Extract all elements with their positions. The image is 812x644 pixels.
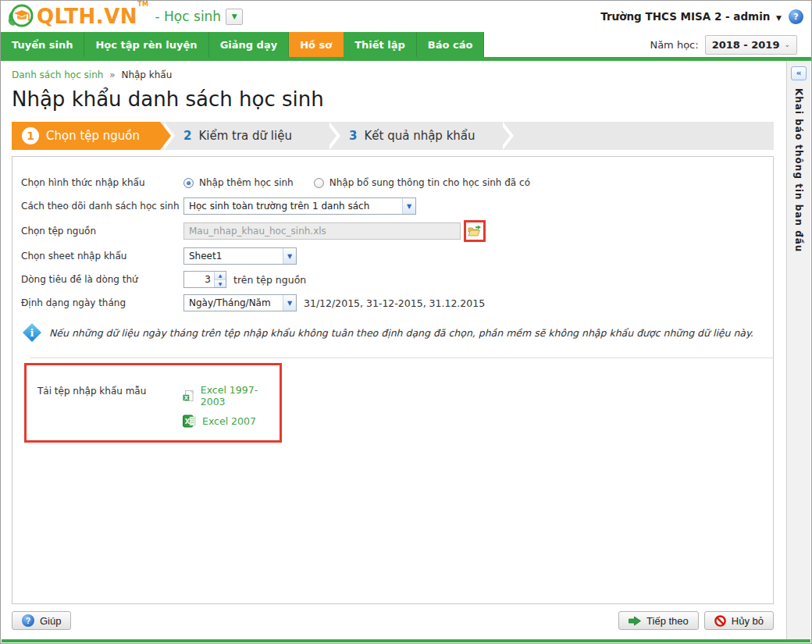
chevron-down-icon: ⌄ — [784, 41, 790, 48]
logo-text: QLTH.VNTM — [37, 6, 149, 27]
header-right: Trường THCS MISA 2 - admin ▼ ? — [600, 9, 803, 24]
radio-add-new-students[interactable]: Nhập thêm học sinh — [183, 177, 294, 188]
school-year-area: Năm học: 2018 - 2019⌄ — [650, 32, 811, 57]
import-type-label: Chọn hình thức nhập khẩu — [21, 177, 183, 188]
brand-area: QLTH.VNTM - Học sinh ▼ — [7, 3, 243, 30]
header-row-label: Dòng tiêu đề là dòng thứ — [21, 274, 183, 285]
arrow-right-icon — [629, 616, 641, 626]
source-file-row: Chọn tệp nguồn Mau_nhap_khau_hoc_sinh.xl… — [21, 220, 764, 242]
step-3-number: 3 — [349, 129, 357, 143]
radio-selected-icon — [183, 178, 194, 188]
wizard-step-3[interactable]: 3 Kết quả nhập khẩu — [326, 122, 499, 150]
sheet-select[interactable]: Sheet1 ▼ — [183, 247, 297, 265]
chevron-double-left-icon: « — [796, 68, 801, 78]
breadcrumb: Danh sách học sinh » Nhập khẩu — [12, 69, 774, 80]
chevron-down-icon: ▼ — [776, 14, 782, 22]
folder-open-icon — [468, 225, 482, 237]
breadcrumb-parent-link[interactable]: Danh sách học sinh — [12, 69, 103, 80]
date-format-note: Nếu những dữ liệu ngày tháng trên tệp nh… — [49, 327, 753, 339]
step-3-label: Kết quả nhập khẩu — [364, 129, 475, 143]
tab-giang-day[interactable]: Giảng dạy — [209, 32, 290, 57]
school-year-label: Năm học: — [650, 39, 698, 51]
wizard-step-2[interactable]: 2 Kiểm tra dữ liệu — [160, 122, 326, 150]
chevron-down-icon: ▼ — [283, 295, 296, 311]
excel-2007-icon: X — [183, 415, 196, 428]
info-note-row: i Nếu những dữ liệu ngày tháng trên tệp … — [21, 323, 764, 342]
info-icon: i — [23, 323, 41, 342]
section-divider — [30, 358, 774, 358]
import-type-row: Chọn hình thức nhập khẩu Nhập thêm học s… — [21, 173, 764, 192]
source-file-label: Chọn tệp nguồn — [21, 226, 183, 237]
date-format-select[interactable]: Ngày/Tháng/Năm ▼ — [183, 294, 297, 311]
breadcrumb-current: Nhập khẩu — [121, 69, 172, 80]
wizard-steps: 1 Chọn tệp nguồn 2 Kiểm tra dữ liệu 3 Kế… — [12, 122, 774, 150]
tab-thiet-lap[interactable]: Thiết lập — [344, 32, 417, 57]
svg-text:X: X — [185, 418, 191, 425]
spinner-buttons: ▲ ▼ — [214, 272, 226, 287]
top-header: QLTH.VNTM - Học sinh ▼ Trường THCS MISA … — [1, 1, 811, 32]
svg-text:i: i — [30, 327, 34, 339]
highlight-box-browse — [464, 220, 486, 242]
form-panel: Chọn hình thức nhập khẩu Nhập thêm học s… — [12, 156, 774, 604]
download-links: X Excel 1997-2003 X Excel — [183, 384, 272, 428]
sidebar-title: Khai báo thông tin ban đầu — [793, 88, 804, 252]
page-title: Nhập khẩu danh sách học sinh — [12, 87, 774, 111]
tab-tuyen-sinh[interactable]: Tuyển sinh — [1, 32, 84, 57]
sidebar-expand-button[interactable]: « — [791, 66, 807, 80]
module-dropdown-button[interactable]: ▼ — [226, 9, 243, 25]
radio-update-existing-students[interactable]: Nhập bổ sung thông tin cho học sinh đã c… — [314, 177, 530, 188]
excel-97-icon: X — [183, 390, 194, 403]
prohibition-icon — [714, 615, 726, 627]
download-excel-2007-link[interactable]: X Excel 2007 — [183, 415, 272, 428]
date-format-label: Định dạng ngày tháng — [21, 297, 183, 308]
track-method-row: Cách theo dõi danh sách học sinh Học sin… — [21, 197, 764, 215]
tab-hoc-tap-ren-luyen[interactable]: Học tập rèn luyện — [84, 32, 208, 57]
track-method-select[interactable]: Học sinh toàn trường trên 1 danh sách ▼ — [183, 197, 416, 215]
breadcrumb-separator: » — [109, 69, 115, 80]
tab-ho-so[interactable]: Hồ sơ — [289, 32, 344, 57]
main-nav: Tuyển sinh Học tập rèn luyện Giảng dạy H… — [1, 32, 811, 57]
next-button[interactable]: Tiếp theo — [618, 611, 699, 630]
step-1-label: Chọn tệp nguồn — [46, 129, 140, 143]
spinner-up-icon[interactable]: ▲ — [215, 272, 226, 280]
chevron-down-icon: ▼ — [283, 248, 296, 264]
step-1-number: 1 — [22, 127, 39, 144]
module-name: - Học sinh — [155, 9, 222, 24]
spinner-down-icon[interactable]: ▼ — [215, 280, 226, 288]
tab-bao-cao[interactable]: Báo cáo — [417, 32, 485, 57]
chevron-down-icon: ▼ — [402, 198, 415, 214]
date-format-row: Định dạng ngày tháng Ngày/Tháng/Năm ▼ 31… — [21, 294, 764, 312]
nav-tabs: Tuyển sinh Học tập rèn luyện Giảng dạy H… — [1, 32, 484, 57]
browse-file-button[interactable] — [467, 223, 483, 239]
school-year-dropdown[interactable]: 2018 - 2019⌄ — [705, 35, 797, 55]
main-content: Danh sách học sinh » Nhập khẩu Nhập khẩu… — [1, 61, 774, 630]
radio-unselected-icon — [314, 178, 324, 188]
qlth-logo-icon — [7, 3, 34, 30]
sheet-label: Chọn sheet nhập khẩu — [21, 251, 183, 262]
header-row-stepper[interactable]: 3 ▲ ▼ — [183, 271, 226, 288]
right-sidebar: « Khai báo thông tin ban đầu — [786, 62, 810, 639]
cancel-button[interactable]: Hủy bỏ — [704, 611, 774, 630]
footer-right-actions: Tiếp theo Hủy bỏ — [618, 611, 774, 630]
svg-text:X: X — [184, 394, 189, 400]
step-2-label: Kiểm tra dữ liệu — [198, 129, 292, 143]
account-menu[interactable]: Trường THCS MISA 2 - admin ▼ — [600, 10, 782, 23]
bottom-green-bar — [2, 639, 810, 642]
nav-spacer — [484, 32, 650, 57]
sheet-row: Chọn sheet nhập khẩu Sheet1 ▼ — [21, 247, 764, 265]
step-2-number: 2 — [183, 129, 191, 143]
download-excel-97-2003-link[interactable]: X Excel 1997-2003 — [183, 384, 272, 407]
chevron-down-icon: ▼ — [232, 12, 237, 20]
highlight-box-download: Tải tệp nhập khẩu mẫu X Excel 1997-2003 — [24, 363, 282, 443]
date-format-examples: 31/12/2015, 31-12-2015, 31.12.2015 — [304, 297, 485, 309]
app-window: QLTH.VNTM - Học sinh ▼ Trường THCS MISA … — [0, 0, 812, 644]
help-icon[interactable]: ? — [789, 9, 803, 24]
header-row-row: Dòng tiêu đề là dòng thứ 3 ▲ ▼ trên tệp … — [21, 270, 764, 289]
track-method-label: Cách theo dõi danh sách học sinh — [21, 201, 183, 212]
help-icon: ? — [22, 614, 34, 627]
header-row-suffix: trên tệp nguồn — [233, 274, 306, 286]
wizard-step-1[interactable]: 1 Chọn tệp nguồn — [12, 122, 160, 150]
source-file-input: Mau_nhap_khau_hoc_sinh.xls — [183, 222, 461, 240]
help-button[interactable]: ? Giúp — [12, 611, 71, 630]
footer-actions: ? Giúp Tiếp theo Hủy bỏ — [12, 611, 774, 630]
